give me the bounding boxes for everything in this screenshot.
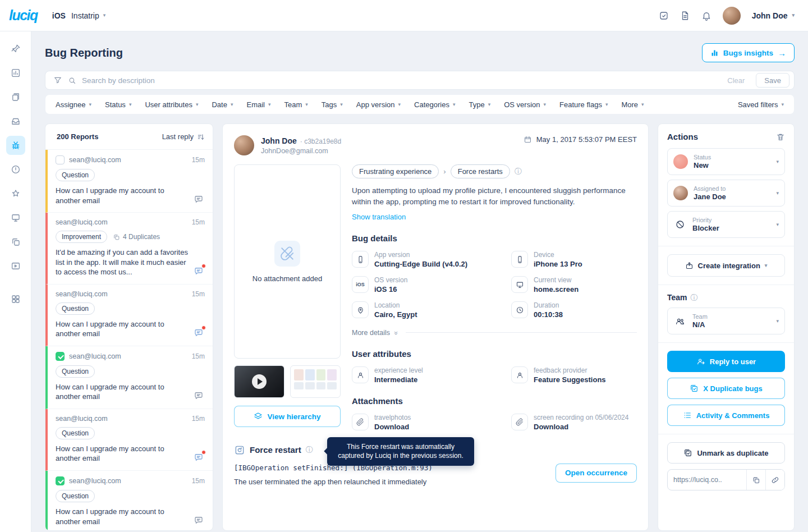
report-checkbox[interactable]: [56, 352, 65, 361]
bug-detail-panel: John Doe · c3b2a19e8d JohnDoe@gmail.com …: [222, 123, 649, 531]
bugs-insights-button[interactable]: Bugs insights →: [702, 43, 795, 62]
copy-link-icon[interactable]: [746, 470, 765, 490]
chat-icon[interactable]: [192, 265, 205, 277]
more-details-toggle[interactable]: More details »: [352, 329, 637, 337]
status-select[interactable]: StatusNew ▾: [667, 148, 785, 175]
sidebar-item-bug-reporting[interactable]: [6, 136, 25, 155]
report-tag: Question: [56, 427, 95, 439]
filter-os-version[interactable]: OS version▾: [504, 100, 546, 109]
show-translation-link[interactable]: Show translation: [352, 213, 406, 221]
filter-type[interactable]: Type▾: [469, 100, 490, 109]
duplicate-check-icon: [690, 384, 699, 393]
copy-icon: [113, 233, 120, 241]
link-icon[interactable]: [765, 470, 784, 490]
chat-icon[interactable]: [192, 451, 205, 464]
download-link[interactable]: Download: [534, 423, 628, 431]
report-list-item[interactable]: sean@luciq.com 15m Question How can I up…: [45, 285, 213, 346]
download-link[interactable]: Download: [374, 423, 411, 431]
divider: [406, 332, 637, 333]
user-menu[interactable]: John Doe ▾: [752, 11, 795, 20]
sidebar-item-duplicates[interactable]: [6, 232, 25, 251]
left-rail: [0, 31, 31, 532]
report-email: sean@luciq.com: [69, 477, 121, 485]
filter-status[interactable]: Status▾: [105, 100, 131, 109]
chevron-down-icon: ▾: [776, 222, 779, 227]
divider: [658, 434, 794, 434]
force-restart-tooltip: This Force restart was automatically cap…: [327, 437, 474, 466]
filter-more[interactable]: More▾: [621, 100, 644, 109]
sidebar-item-surveys[interactable]: [6, 208, 25, 227]
report-checkbox[interactable]: [56, 155, 65, 164]
filter-date[interactable]: Date▾: [212, 100, 233, 109]
reply-to-user-button[interactable]: Reply to user: [667, 351, 785, 372]
project-switcher[interactable]: Instatrip ▾: [71, 11, 105, 20]
sort-by-last-reply[interactable]: Last reply: [162, 132, 205, 141]
save-button[interactable]: Save: [756, 73, 789, 88]
sidebar-item-reports[interactable]: [6, 88, 25, 107]
report-preview-text: How can I upgrade my account to another …: [56, 186, 205, 205]
report-list-item[interactable]: sean@luciq.com 15m Question How can I up…: [45, 471, 213, 530]
info-icon[interactable]: ⓘ: [306, 446, 313, 453]
chat-icon[interactable]: [192, 327, 205, 339]
assignee-avatar: [673, 186, 688, 200]
trash-icon[interactable]: [776, 132, 785, 141]
filter-team[interactable]: Team▾: [284, 100, 308, 109]
filter-user-attributes[interactable]: User attributes▾: [145, 100, 198, 109]
saved-filters[interactable]: Saved filters▾: [738, 100, 784, 109]
chat-icon[interactable]: [192, 514, 205, 526]
open-occurrence-button[interactable]: Open occurrence: [556, 464, 637, 483]
report-checkbox[interactable]: [56, 476, 65, 485]
sidebar-item-crash-reporting[interactable]: [6, 160, 25, 179]
create-integration-button[interactable]: Create integration ▾: [667, 254, 785, 277]
video-thumbnail[interactable]: [234, 365, 284, 398]
chat-icon[interactable]: [192, 193, 205, 205]
reports-icon: [11, 92, 21, 102]
report-preview-text: It'd be amazing if you can add a favorit…: [56, 247, 205, 277]
type-chip[interactable]: Force restarts: [451, 164, 510, 178]
assignee-select[interactable]: Assigned toJane Doe ▾: [667, 180, 785, 207]
docs-icon[interactable]: [680, 11, 690, 21]
report-preview-text: How can I upgrade my account to another …: [56, 382, 205, 402]
screenshot-thumbnail[interactable]: [290, 365, 341, 398]
filter-categories[interactable]: Categories▾: [414, 100, 455, 109]
duplicate-bugs-button[interactable]: X Duplicate bugs: [667, 378, 785, 399]
info-icon[interactable]: ⓘ: [515, 168, 522, 175]
filter-funnel-icon[interactable]: [53, 76, 62, 85]
report-list-item[interactable]: sean@luciq.com 15m Question How can I up…: [45, 150, 213, 213]
play-icon: [252, 374, 267, 389]
priority-select[interactable]: PriorityBlocker ▾: [667, 211, 785, 238]
user-avatar[interactable]: [723, 7, 741, 25]
clear-button[interactable]: Clear: [722, 76, 750, 85]
sidebar-item-inbox[interactable]: [6, 112, 25, 131]
filter-feature-flags[interactable]: Feature flags▾: [559, 100, 608, 109]
unmark-duplicate-button[interactable]: Unmark as duplicate: [667, 442, 785, 464]
reports-list: sean@luciq.com 15m Question How can I up…: [45, 150, 213, 530]
filter-assignee[interactable]: Assignee▾: [56, 100, 91, 109]
report-list-item[interactable]: sean@luciq.com 15m Question How can I up…: [45, 346, 213, 409]
team-select[interactable]: TeamN/A ▾: [667, 308, 785, 334]
filter-tags[interactable]: Tags▾: [322, 100, 343, 109]
alert-icon: [11, 164, 21, 175]
info-icon[interactable]: ⓘ: [691, 294, 698, 301]
sidebar-item-session-replay[interactable]: [6, 256, 25, 276]
view-hierarchy-button[interactable]: View hierarchy: [234, 406, 341, 427]
category-chip[interactable]: Frustrating experience: [352, 164, 439, 178]
sidebar-item-analytics[interactable]: [6, 63, 25, 82]
bug-details-title: Bug details: [352, 233, 637, 243]
sidebar-item-pinned[interactable]: [6, 39, 25, 58]
luciq-logo[interactable]: luciq: [9, 7, 38, 24]
filter-app-version[interactable]: App version▾: [356, 100, 401, 109]
whats-new-icon[interactable]: [659, 11, 669, 21]
sidebar-item-app-rating[interactable]: [6, 184, 25, 203]
chat-icon[interactable]: [192, 389, 205, 402]
activity-comments-button[interactable]: Activity & Comments: [667, 405, 785, 426]
notifications-icon[interactable]: [701, 11, 711, 21]
share-url-input[interactable]: [668, 470, 746, 490]
search-input[interactable]: [82, 76, 716, 85]
chevron-down-icon: ▾: [776, 319, 779, 324]
filter-email[interactable]: Email▾: [246, 100, 270, 109]
detail-os-version: iOS OS versioniOS 16: [352, 276, 504, 293]
sidebar-item-apps[interactable]: [6, 290, 25, 309]
report-list-item[interactable]: sean@luciq.com 15m Question How can I up…: [45, 409, 213, 471]
report-list-item[interactable]: sean@luciq.com 15m Improvement 4 Duplica…: [45, 213, 213, 285]
